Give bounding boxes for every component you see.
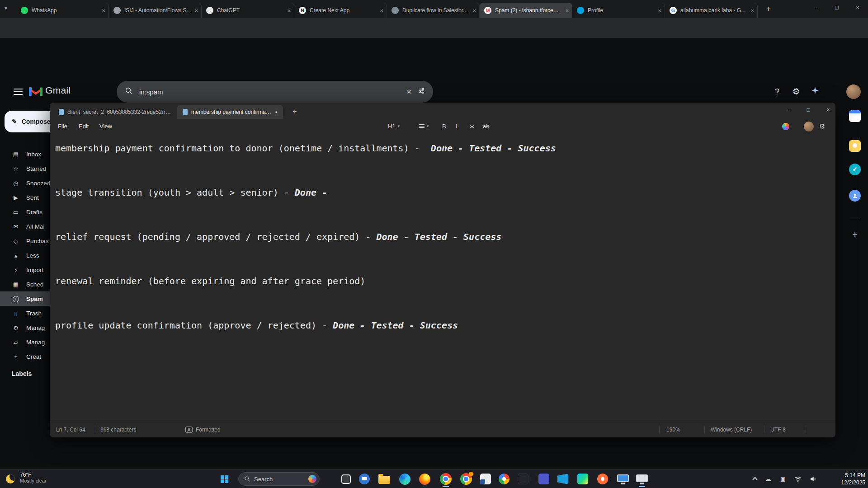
character-count: 368 characters <box>100 422 136 437</box>
help-icon[interactable]: ? <box>771 86 783 98</box>
text-editor-area[interactable]: membership payment confirmation to donor… <box>50 134 835 422</box>
browser-tab-gmail-spam-active[interactable]: M Spam (2) - ishann.tforce@... × <box>480 3 572 18</box>
get-add-ons-icon[interactable]: + <box>849 229 861 240</box>
line-ending-type[interactable]: Windows (CRLF) <box>711 422 752 437</box>
search-highlights-icon <box>308 475 316 483</box>
editor-line: membership payment confirmation to donor… <box>55 137 831 160</box>
taskbar-search-box[interactable]: Search <box>238 472 320 486</box>
firefox-icon[interactable] <box>416 470 433 488</box>
encoding[interactable]: UTF-8 <box>770 422 786 437</box>
insert-link-icon[interactable] <box>468 119 476 134</box>
browser-tab-salesforce-flow[interactable]: Duplicate flow in Salesfor... × <box>387 3 480 18</box>
remote-desktop-icon[interactable] <box>614 470 632 488</box>
notepad-close-button[interactable]: × <box>819 103 837 117</box>
word-icon[interactable] <box>477 470 494 488</box>
browser-tab-whatsapp[interactable]: WhatsApp × <box>16 3 109 18</box>
monitor-app-icon[interactable] <box>633 470 651 488</box>
task-view-icon[interactable] <box>337 470 354 488</box>
wifi-icon[interactable] <box>794 475 802 485</box>
draft-icon: ▭ <box>12 209 20 216</box>
tab-search-icon[interactable]: ▾ <box>5 5 7 11</box>
menu-view[interactable]: View <box>97 119 115 134</box>
list-style-dropdown[interactable]: ▾ <box>419 119 429 134</box>
window-minimize-button[interactable]: – <box>806 0 826 15</box>
search-options-icon[interactable] <box>418 87 425 96</box>
terminal-icon[interactable] <box>514 470 532 488</box>
calendar-icon[interactable] <box>849 110 861 122</box>
new-tab-button[interactable]: + <box>763 4 774 14</box>
keep-notes-icon[interactable] <box>849 140 861 152</box>
zoom-level[interactable]: 190% <box>666 422 680 437</box>
onedrive-cloud-icon[interactable]: ☁ <box>765 474 771 483</box>
notepad-tab-membership-active[interactable]: membership payment confirmation ● <box>177 105 283 119</box>
tab-close-icon[interactable]: × <box>287 7 291 14</box>
tray-generic-icon[interactable]: ▣ <box>780 474 785 483</box>
window-close-button[interactable]: × <box>847 0 868 15</box>
chat-icon[interactable] <box>356 470 373 488</box>
browser-tab-profile[interactable]: Profile × <box>572 3 665 18</box>
notepad-settings-gear-icon[interactable]: ⚙ <box>819 119 825 134</box>
tab-close-icon[interactable]: × <box>472 7 476 14</box>
notepad-tab-client-secret[interactable]: client_secret_2_60053885332-2reqe52rribe… <box>53 105 176 119</box>
start-button[interactable] <box>216 470 233 488</box>
tab-close-icon[interactable]: × <box>658 7 661 14</box>
hidden-icons-chevron[interactable] <box>752 477 757 482</box>
chrome-profile-2-icon[interactable] <box>458 470 475 488</box>
trash-icon: ▯ <box>12 310 20 317</box>
contacts-icon[interactable] <box>849 190 861 202</box>
clear-search-icon[interactable]: × <box>406 87 411 97</box>
tasks-icon[interactable]: ✓ <box>849 164 861 175</box>
weather-text[interactable]: 76°F Mostly clear <box>20 472 47 483</box>
settings-gear-icon[interactable]: ⚙ <box>790 86 802 98</box>
menu-edit[interactable]: Edit <box>76 119 91 134</box>
menu-file[interactable]: File <box>55 119 70 134</box>
italic-button[interactable]: I <box>456 119 458 134</box>
copilot-icon[interactable] <box>782 119 789 134</box>
strikethrough-button[interactable]: ab <box>483 119 489 134</box>
tab-close-icon[interactable]: × <box>102 7 105 14</box>
notepad-minimize-button[interactable]: – <box>779 103 797 117</box>
heading-style-dropdown[interactable]: H1▾ <box>388 119 400 134</box>
browser-tab-isij[interactable]: ISIJ - Automation/Flows S... × <box>109 3 202 18</box>
unsaved-changes-dot: ● <box>275 110 278 114</box>
inbox-icon: ▤ <box>12 151 20 158</box>
tab-close-icon[interactable]: × <box>194 7 198 14</box>
browser-tab-chatgpt[interactable]: ChatGPT × <box>202 3 294 18</box>
chatgpt-favicon <box>206 7 213 14</box>
formatted-indicator[interactable]: AFormatted <box>185 422 221 437</box>
tab-close-icon[interactable]: × <box>380 7 383 14</box>
tab-close-icon[interactable]: × <box>565 7 569 14</box>
notepad-new-tab-button[interactable]: + <box>289 106 300 117</box>
chrome-icon-active[interactable] <box>437 470 454 488</box>
edge-icon[interactable] <box>396 470 413 488</box>
notepad-maximize-button[interactable]: □ <box>799 103 817 117</box>
weather-widget[interactable] <box>3 470 18 488</box>
date-text: 12/2/2025 <box>825 479 865 486</box>
teams-icon[interactable] <box>535 470 552 488</box>
browser-tab-google-search[interactable]: G allahumma barik laha - G... × <box>665 3 758 18</box>
postman-icon[interactable] <box>594 470 611 488</box>
photos-icon[interactable] <box>495 470 513 488</box>
windows-taskbar: 76°F Mostly clear Search ☁ ▣ <box>0 469 868 488</box>
google-apps-grid-icon[interactable] <box>827 86 839 98</box>
browser-tab-next-app[interactable]: N Create Next App × <box>294 3 387 18</box>
volume-icon[interactable] <box>809 475 817 485</box>
main-menu-hamburger-icon[interactable] <box>14 89 23 95</box>
tab-close-icon[interactable]: × <box>750 7 754 14</box>
gmail-favicon: M <box>484 7 491 14</box>
list-icon <box>419 124 425 128</box>
search-query-text[interactable]: in:spam <box>139 88 400 96</box>
gemini-sparkle-icon[interactable] <box>809 86 821 98</box>
notepad-account-avatar[interactable] <box>804 122 814 131</box>
file-explorer-icon[interactable] <box>376 470 393 488</box>
mail-search-bar[interactable]: in:spam × <box>117 81 433 103</box>
account-avatar[interactable] <box>846 84 861 99</box>
pycharm-icon[interactable] <box>574 470 591 488</box>
search-icon[interactable] <box>125 87 133 97</box>
vscode-icon[interactable] <box>554 470 571 488</box>
label-icon: ▱ <box>12 339 20 346</box>
bold-button[interactable]: B <box>442 119 446 134</box>
editor-line: stage transition (youth > adult > senior… <box>55 182 831 204</box>
window-maximize-button[interactable]: □ <box>826 0 847 15</box>
clock-widget[interactable]: 5:14 PM 12/2/2025 <box>825 472 865 486</box>
